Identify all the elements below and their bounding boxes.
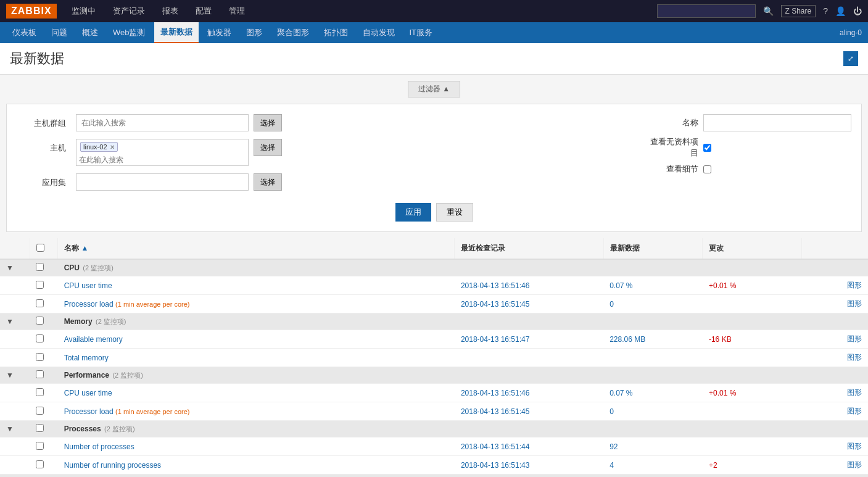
group-checkbox[interactable] <box>36 263 44 271</box>
item-name[interactable]: CPU user time <box>64 389 112 397</box>
row-checkbox-cell <box>30 402 58 421</box>
host-tag-text: linux-02 <box>83 143 107 151</box>
th-action <box>802 238 868 259</box>
row-checkbox[interactable] <box>36 388 44 396</box>
subnav-graphs[interactable]: 图形 <box>240 22 268 43</box>
row-latest-data-cell: 0 <box>603 295 703 313</box>
subnav-problems[interactable]: 问题 <box>45 22 73 43</box>
subnav-dashboard[interactable]: 仪表板 <box>6 22 43 43</box>
item-name[interactable]: Total memory <box>64 354 109 362</box>
group-checkbox[interactable] <box>36 424 44 432</box>
host-select-btn[interactable]: 选择 <box>254 139 282 156</box>
row-checkbox[interactable] <box>36 442 44 450</box>
host-tag-container: linux-02 ✕ <box>76 139 249 166</box>
row-toggle-cell <box>0 438 30 456</box>
row-toggle-cell <box>0 349 30 367</box>
item-name[interactable]: Number of processes <box>64 442 134 451</box>
row-name-cell: Number of running processes <box>58 456 455 475</box>
row-latest-data-cell <box>603 349 703 367</box>
show-detail-checkbox[interactable] <box>703 165 711 173</box>
filter-toggle-button[interactable]: 过滤器 ▲ <box>408 81 460 97</box>
group-toggle-icon[interactable]: ▼ <box>6 263 14 272</box>
group-count-text: (2 监控项) <box>112 371 143 379</box>
subnav-composite-graphs[interactable]: 聚合图形 <box>271 22 315 43</box>
row-change-cell <box>703 402 802 421</box>
item-action-link[interactable]: 图形 <box>847 353 862 362</box>
subnav-web-monitoring[interactable]: Web监测 <box>107 22 152 43</box>
nav-assets[interactable]: 资产记录 <box>110 6 147 17</box>
item-action-link[interactable]: 图形 <box>847 281 862 289</box>
th-name[interactable]: 名称 ▲ <box>58 238 455 259</box>
nav-admin[interactable]: 管理 <box>226 6 247 17</box>
item-timestamp: 2018-04-13 16:51:43 <box>461 461 529 470</box>
user-icon[interactable]: 👤 <box>835 6 846 16</box>
group-toggle-icon[interactable]: ▼ <box>6 371 14 380</box>
name-input[interactable] <box>703 114 851 131</box>
host-search-input[interactable] <box>76 154 151 165</box>
global-search-input[interactable] <box>657 4 756 18</box>
nav-monitor[interactable]: 监测中 <box>69 6 98 17</box>
item-action-link[interactable]: 图形 <box>847 407 862 415</box>
group-checkbox-cell <box>30 367 58 384</box>
group-checkbox[interactable] <box>36 317 44 325</box>
row-checkbox[interactable] <box>36 407 44 415</box>
item-timestamp: 2018-04-13 16:51:46 <box>461 281 529 290</box>
subnav-auto-discovery[interactable]: 自动发现 <box>357 22 401 43</box>
item-action-link[interactable]: 图形 <box>847 460 862 469</box>
row-checkbox[interactable] <box>36 299 44 307</box>
app-select-btn[interactable]: 选择 <box>254 173 282 191</box>
subnav-it-services[interactable]: IT服务 <box>403 22 439 43</box>
subnav-overview[interactable]: 概述 <box>76 22 104 43</box>
group-toggle-icon[interactable]: ▼ <box>6 317 14 326</box>
show-no-data-checkbox[interactable] <box>703 144 711 152</box>
host-group-control: 选择 <box>76 114 282 131</box>
expand-icon[interactable]: ⤢ <box>843 51 858 66</box>
item-name[interactable]: Available memory <box>64 335 123 344</box>
group-checkbox-cell <box>30 475 58 478</box>
item-latest-value: 228.06 MB <box>610 335 645 344</box>
row-checkbox[interactable] <box>36 460 44 468</box>
select-all-checkbox[interactable] <box>36 244 44 252</box>
help-icon[interactable]: ? <box>823 6 828 16</box>
item-name[interactable]: Processor load <box>64 407 114 416</box>
filter-right: 名称 查看无资料项目 查看细节 <box>643 114 851 198</box>
host-group-input[interactable] <box>76 114 249 131</box>
zabbix-logo: ZABBIX <box>6 4 57 19</box>
power-icon[interactable]: ⏻ <box>853 6 862 16</box>
nav-config[interactable]: 配置 <box>193 6 214 17</box>
group-toggle-icon[interactable]: ▼ <box>6 425 14 433</box>
host-tag-close[interactable]: ✕ <box>110 144 115 151</box>
name-label: 名称 <box>643 117 698 128</box>
group-row: ▼ Memory (2 监控项) <box>0 313 868 330</box>
filter-section: 过滤器 ▲ 主机群组 选择 主机 <box>0 75 868 238</box>
row-checkbox[interactable] <box>36 281 44 289</box>
item-name[interactable]: Processor load <box>64 300 114 309</box>
subnav-latest-data[interactable]: 最新数据 <box>154 22 199 43</box>
share-button[interactable]: Z Share <box>781 5 816 17</box>
th-change[interactable]: 更改 <box>703 238 802 259</box>
subnav-triggers[interactable]: 触发器 <box>201 22 238 43</box>
item-action-link[interactable]: 图形 <box>847 334 862 343</box>
apply-button[interactable]: 应用 <box>395 203 431 222</box>
reset-button[interactable]: 重设 <box>436 203 473 222</box>
current-user: aling-0 <box>840 28 862 37</box>
th-latest-data[interactable]: 最新数据 <box>603 238 703 259</box>
subnav-topology[interactable]: 拓扑图 <box>318 22 354 43</box>
item-name[interactable]: CPU user time <box>64 281 112 290</box>
host-group-select-btn[interactable]: 选择 <box>254 114 282 131</box>
group-name-cell: Performance (2 监控项) <box>58 367 868 384</box>
th-checkbox <box>30 238 58 259</box>
item-action-link[interactable]: 图形 <box>847 299 862 308</box>
item-name[interactable]: Number of running processes <box>64 461 161 470</box>
nav-reports[interactable]: 报表 <box>160 6 181 17</box>
item-detail: (1 min average per core) <box>115 408 189 415</box>
search-icon[interactable]: 🔍 <box>763 6 774 16</box>
item-action-link[interactable]: 图形 <box>847 388 862 397</box>
table-body: ▼ CPU (2 监控项) CPU user time 2018-04-13 1… <box>0 259 868 477</box>
item-action-link[interactable]: 图形 <box>847 442 862 450</box>
row-checkbox[interactable] <box>36 353 44 361</box>
th-last-check[interactable]: 最近检查记录 <box>455 238 603 259</box>
row-checkbox[interactable] <box>36 334 44 342</box>
group-checkbox[interactable] <box>36 370 44 378</box>
app-input[interactable] <box>76 173 249 191</box>
